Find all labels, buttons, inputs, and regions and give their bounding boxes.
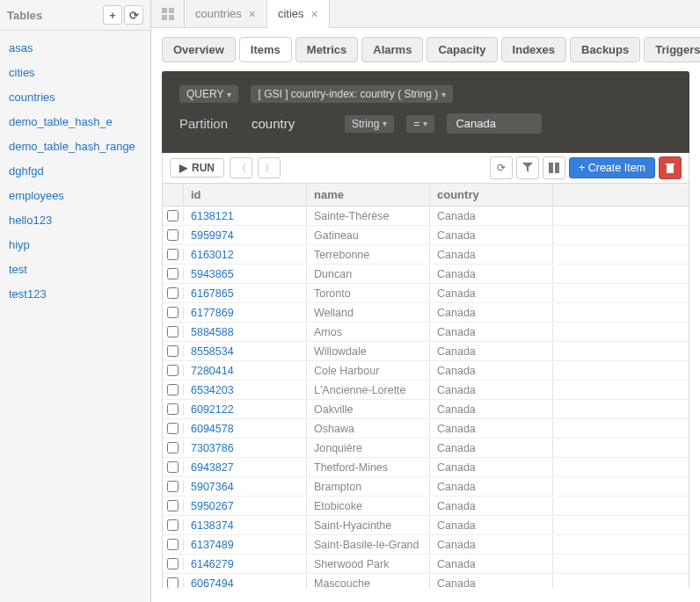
cell-extra [553, 272, 689, 277]
sidebar-item-hello123[interactable]: hello123 [0, 208, 150, 233]
cell-id[interactable]: 7303786 [184, 439, 307, 457]
cell-id[interactable]: 6094578 [184, 420, 307, 438]
subtab-capacity[interactable]: Capacity [427, 37, 497, 62]
row-checkbox[interactable] [167, 481, 179, 492]
sidebar-item-countries[interactable]: countries [0, 85, 150, 110]
sidebar-item-test[interactable]: test [0, 257, 150, 282]
refresh-tables-button[interactable]: ⟳ [124, 5, 143, 25]
column-header-name[interactable]: name [307, 184, 430, 206]
run-button[interactable]: ▶RUN [170, 158, 224, 178]
sidebar-item-employees[interactable]: employees [0, 184, 150, 208]
partition-value-input[interactable] [447, 113, 542, 134]
table-row: 6163012TerrebonneCanada [163, 245, 689, 265]
run-bar: ▶RUN 〈 〉 ⟳ + Create Item [162, 153, 689, 184]
subtab-items[interactable]: Items [239, 37, 292, 62]
row-checkbox[interactable] [167, 326, 179, 337]
query-panel: QUERY▾ [ GSI ] country-index: country ( … [162, 71, 689, 153]
row-checkbox[interactable] [167, 229, 179, 241]
cell-id[interactable]: 6092122 [184, 401, 307, 418]
cell-country: Canada [430, 439, 553, 457]
caret-icon: ▾ [423, 119, 427, 128]
cell-id[interactable]: 6534203 [184, 381, 307, 399]
row-checkbox[interactable] [167, 423, 179, 434]
content: OverviewItemsMetricsAlarmsCapacityIndexe… [151, 28, 700, 588]
row-checkbox[interactable] [167, 307, 179, 318]
row-checkbox[interactable] [167, 577, 179, 588]
cell-id[interactable]: 6067494 [184, 575, 307, 589]
table-row: 6137489Saint-Basile-le-GrandCanada [163, 535, 689, 555]
row-checkbox[interactable] [167, 384, 179, 395]
columns-button[interactable] [543, 156, 565, 179]
row-checkbox-cell [163, 481, 184, 492]
subtab-overview[interactable]: Overview [162, 37, 236, 62]
column-header-country[interactable]: country [430, 184, 553, 206]
table-row: 5884588AmosCanada [163, 323, 689, 342]
add-table-button[interactable]: + [103, 5, 122, 25]
cell-country: Canada [430, 207, 553, 225]
row-checkbox[interactable] [167, 442, 179, 453]
row-checkbox[interactable] [167, 500, 179, 511]
cell-id[interactable]: 6167865 [184, 285, 307, 302]
cell-id[interactable]: 7280414 [184, 362, 307, 380]
row-checkbox-cell [163, 461, 184, 473]
partition-type-select[interactable]: String▾ [345, 115, 394, 133]
cell-id[interactable]: 5959974 [184, 227, 307, 244]
subtab-indexes[interactable]: Indexes [501, 37, 566, 62]
cell-id[interactable]: 5950267 [184, 497, 307, 515]
cell-id[interactable]: 6163012 [184, 246, 307, 264]
sidebar-item-hiyp[interactable]: hiyp [0, 233, 150, 257]
subtab-alarms[interactable]: Alarms [361, 37, 423, 62]
subtab-metrics[interactable]: Metrics [295, 37, 359, 62]
sidebar-item-demo_table_hash_e[interactable]: demo_table_hash_e [0, 110, 150, 134]
delete-item-button[interactable] [659, 156, 682, 179]
subtab-backups[interactable]: Backups [570, 37, 640, 62]
row-checkbox[interactable] [167, 268, 179, 279]
cell-id[interactable]: 8558534 [184, 343, 307, 360]
row-checkbox[interactable] [167, 539, 179, 550]
sidebar-item-cities[interactable]: cities [0, 61, 150, 85]
cell-id[interactable]: 6138374 [184, 517, 307, 534]
cell-extra [553, 388, 689, 393]
refresh-results-button[interactable]: ⟳ [490, 156, 513, 179]
create-item-button[interactable]: + Create Item [569, 157, 655, 178]
row-checkbox[interactable] [167, 519, 179, 531]
cell-country: Canada [430, 459, 553, 476]
row-checkbox[interactable] [167, 210, 179, 221]
cell-country: Canada [430, 246, 553, 264]
index-select[interactable]: [ GSI ] country-index: country ( String … [251, 85, 453, 103]
cell-id[interactable]: 6943827 [184, 459, 307, 476]
filter-button[interactable] [516, 156, 539, 179]
close-icon[interactable]: × [311, 7, 318, 21]
next-page-button[interactable]: 〉 [258, 157, 281, 178]
row-checkbox[interactable] [167, 287, 179, 299]
cell-id[interactable]: 6177869 [184, 304, 307, 322]
cell-id[interactable]: 6138121 [184, 207, 307, 225]
cell-name: Mascouche [307, 575, 430, 589]
partition-op-select[interactable]: =▾ [406, 115, 434, 133]
sidebar-item-asas[interactable]: asas [0, 36, 150, 61]
cell-name: L'Ancienne-Lorette [307, 381, 430, 399]
cell-id[interactable]: 5884588 [184, 323, 307, 341]
row-checkbox[interactable] [167, 403, 179, 415]
prev-page-button[interactable]: 〈 [230, 157, 252, 178]
tab-countries[interactable]: countries× [185, 0, 267, 27]
column-header-id[interactable]: id [184, 184, 307, 206]
sidebar-item-demo_table_hash_range[interactable]: demo_table_hash_range [0, 134, 150, 159]
row-checkbox[interactable] [167, 249, 179, 260]
sidebar-item-dghfgd[interactable]: dghfgd [0, 159, 150, 184]
cell-id[interactable]: 6137489 [184, 536, 307, 554]
close-icon[interactable]: × [249, 7, 256, 21]
cell-id[interactable]: 5907364 [184, 478, 307, 496]
caret-icon: ▾ [227, 90, 231, 99]
row-checkbox[interactable] [167, 345, 179, 357]
row-checkbox[interactable] [167, 365, 179, 376]
sidebar-item-test123[interactable]: test123 [0, 282, 150, 307]
row-checkbox[interactable] [167, 461, 179, 473]
query-mode-select[interactable]: QUERY▾ [179, 85, 238, 103]
row-checkbox[interactable] [167, 558, 179, 569]
tab-cities[interactable]: cities× [267, 0, 330, 28]
view-toggle-grid-icon[interactable] [151, 0, 185, 27]
cell-id[interactable]: 5943865 [184, 265, 307, 283]
cell-id[interactable]: 6146279 [184, 555, 307, 573]
subtab-triggers[interactable]: Triggers [644, 37, 700, 62]
